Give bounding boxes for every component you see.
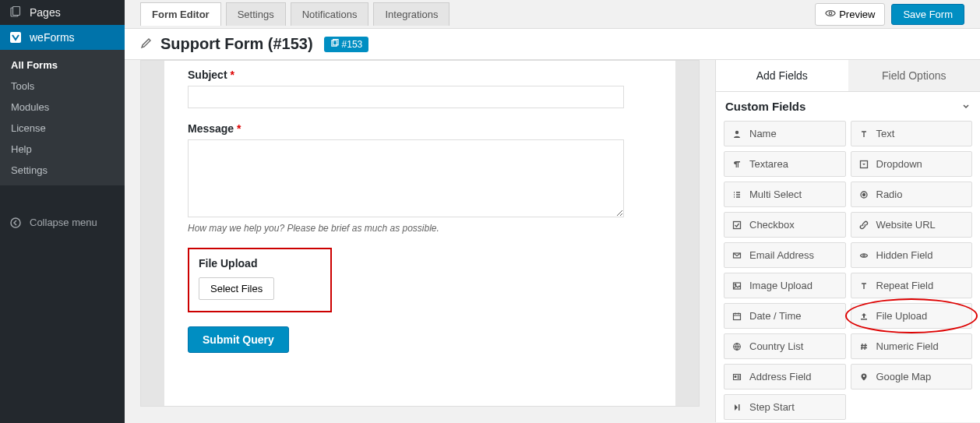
submenu-settings[interactable]: Settings xyxy=(0,160,125,181)
select-files-button[interactable]: Select Files xyxy=(199,277,274,300)
required-marker: * xyxy=(230,69,234,81)
form-title[interactable]: Support Form (#153) xyxy=(160,35,313,53)
svg-point-19 xyxy=(735,375,736,377)
preview-button[interactable]: Preview xyxy=(815,3,885,26)
message-textarea[interactable] xyxy=(188,139,624,217)
top-bar: Form Editor Settings Notifications Integ… xyxy=(125,0,980,28)
subject-input[interactable] xyxy=(188,86,624,108)
tab-integrations[interactable]: Integrations xyxy=(373,2,449,26)
svg-point-10 xyxy=(862,193,865,196)
id-card-icon xyxy=(732,372,745,382)
field-type-file-upload[interactable]: File Upload xyxy=(851,303,973,329)
field-type-email[interactable]: Email Address xyxy=(724,242,846,268)
field-type-image-upload[interactable]: Image Upload xyxy=(724,273,846,298)
field-type-radio[interactable]: Radio xyxy=(851,182,973,207)
form-canvas: Subject * Message * How may we help you?… xyxy=(140,60,700,407)
paragraph-icon xyxy=(732,160,745,169)
calendar-icon xyxy=(732,312,745,321)
upload-icon xyxy=(859,312,872,321)
save-form-button[interactable]: Save Form xyxy=(891,4,964,25)
submenu-help[interactable]: Help xyxy=(0,139,125,160)
svg-point-4 xyxy=(829,12,832,15)
custom-fields-header[interactable]: Custom Fields xyxy=(716,92,980,121)
field-submit: Submit Query xyxy=(188,326,652,353)
svg-rect-16 xyxy=(734,313,741,319)
hash-icon xyxy=(859,342,872,351)
field-type-repeat-field[interactable]: Repeat Field xyxy=(851,273,973,298)
svg-point-15 xyxy=(735,284,736,285)
right-panel: Add Fields Field Options Custom Fields N… xyxy=(715,60,980,422)
right-panel-tabs: Add Fields Field Options xyxy=(716,60,980,92)
collapse-icon xyxy=(8,217,23,228)
link-icon xyxy=(859,220,872,230)
caret-square-icon xyxy=(859,160,872,169)
field-subject[interactable]: Subject * xyxy=(188,69,652,108)
text-icon xyxy=(859,281,872,291)
field-message[interactable]: Message * How may we help you? Please be… xyxy=(188,122,652,234)
tab-form-editor[interactable]: Form Editor xyxy=(140,2,221,26)
tab-settings[interactable]: Settings xyxy=(226,2,286,26)
check-square-icon xyxy=(732,220,745,230)
field-type-google-map[interactable]: Google Map xyxy=(851,364,973,390)
eye-icon xyxy=(825,8,836,21)
svg-rect-2 xyxy=(10,32,21,43)
sidebar-item-weforms[interactable]: weForms xyxy=(0,25,125,50)
editor-tabs: Form Editor Settings Notifications Integ… xyxy=(140,2,449,26)
image-icon xyxy=(732,281,745,291)
submenu-all-forms[interactable]: All Forms xyxy=(0,55,125,76)
field-type-numeric-field[interactable]: Numeric Field xyxy=(851,333,973,359)
field-label-message: Message * xyxy=(188,122,652,135)
sidebar-item-pages[interactable]: Pages xyxy=(0,0,125,25)
field-label-file-upload: File Upload xyxy=(199,257,321,270)
collapse-menu-button[interactable]: Collapse menu xyxy=(0,210,125,234)
dot-circle-icon xyxy=(859,190,872,199)
main-area: Form Editor Settings Notifications Integ… xyxy=(125,0,980,423)
envelope-icon xyxy=(732,251,745,260)
wp-admin-sidebar: Pages weForms All Forms Tools Modules Li… xyxy=(0,0,125,423)
submenu-license[interactable]: License xyxy=(0,118,125,139)
svg-point-13 xyxy=(862,254,865,256)
field-type-checkbox[interactable]: Checkbox xyxy=(724,212,846,238)
copy-icon xyxy=(330,39,339,50)
field-type-textarea[interactable]: Textarea xyxy=(724,151,846,177)
weforms-icon xyxy=(8,31,23,44)
pages-icon xyxy=(8,6,23,19)
required-marker: * xyxy=(237,122,241,135)
field-type-hidden-field[interactable]: Hidden Field xyxy=(851,242,973,268)
shortcode-badge[interactable]: #153 xyxy=(324,37,369,52)
field-type-website-url[interactable]: Website URL xyxy=(851,212,973,238)
pencil-icon xyxy=(140,37,153,51)
text-icon xyxy=(859,129,872,139)
shortcode-text: #153 xyxy=(342,39,363,50)
tab-notifications[interactable]: Notifications xyxy=(291,2,369,26)
map-pin-icon xyxy=(859,372,872,382)
eye-slash-icon xyxy=(859,251,872,260)
list-icon xyxy=(732,190,745,199)
field-type-multiselect[interactable]: Multi Select xyxy=(724,182,846,207)
sidebar-item-label: Pages xyxy=(30,6,61,19)
svg-point-7 xyxy=(735,130,739,133)
field-type-name[interactable]: Name xyxy=(724,121,846,146)
field-type-country-list[interactable]: Country List xyxy=(724,333,846,359)
tab-field-options[interactable]: Field Options xyxy=(848,60,981,92)
user-icon xyxy=(732,129,745,139)
field-type-address-field[interactable]: Address Field xyxy=(724,364,846,390)
field-type-dropdown[interactable]: Dropdown xyxy=(851,151,973,177)
field-type-date-time[interactable]: Date / Time xyxy=(724,303,846,329)
form-title-bar: Support Form (#153) #153 xyxy=(125,28,980,60)
submenu-modules[interactable]: Modules xyxy=(0,97,125,118)
field-label-subject: Subject * xyxy=(188,69,652,81)
svg-point-3 xyxy=(11,218,20,227)
tab-add-fields[interactable]: Add Fields xyxy=(716,60,848,92)
file-upload-highlight: File Upload Select Files xyxy=(188,248,332,312)
svg-rect-11 xyxy=(734,221,741,228)
submit-button[interactable]: Submit Query xyxy=(188,326,289,353)
submenu-tools[interactable]: Tools xyxy=(0,76,125,97)
builder-row: Subject * Message * How may we help you?… xyxy=(125,60,980,422)
field-file-upload[interactable]: File Upload Select Files xyxy=(188,248,652,312)
globe-icon xyxy=(732,342,745,351)
field-type-text[interactable]: Text xyxy=(851,121,973,146)
step-forward-icon xyxy=(732,403,745,412)
field-type-step-start[interactable]: Step Start xyxy=(724,394,846,420)
chevron-down-icon xyxy=(961,100,971,113)
